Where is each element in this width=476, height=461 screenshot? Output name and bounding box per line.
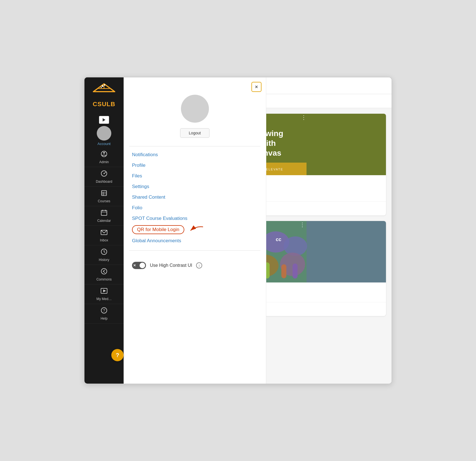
close-btn-wrapper: × bbox=[124, 77, 266, 92]
logout-btn-wrapper: Logout bbox=[124, 128, 266, 138]
logo-text: CSULB bbox=[93, 101, 116, 108]
qr-mobile-row: QR for Mobile Login bbox=[132, 225, 258, 234]
qr-mobile-login-link[interactable]: QR for Mobile Login bbox=[132, 225, 184, 234]
panel-avatar bbox=[181, 95, 209, 123]
commons-icon bbox=[100, 268, 108, 277]
sidebar-item-courses[interactable]: Courses bbox=[84, 187, 124, 206]
dashboard-icon bbox=[100, 170, 108, 179]
settings-link[interactable]: Settings bbox=[132, 183, 258, 191]
sidebar-item-help[interactable]: ? Help bbox=[84, 304, 124, 324]
sidebar-nav: Admin Dashboard Courses Calendar bbox=[84, 148, 124, 384]
svg-point-9 bbox=[103, 173, 105, 174]
sidebar-item-my-media[interactable]: My Med… bbox=[84, 284, 124, 304]
svg-point-7 bbox=[103, 152, 105, 154]
bottom-divider bbox=[129, 250, 260, 251]
svg-text:cc: cc bbox=[276, 237, 281, 242]
folio-link[interactable]: Folio bbox=[132, 204, 258, 212]
svg-rect-56 bbox=[281, 264, 286, 278]
spot-course-evals-link[interactable]: SPOT Course Evaluations bbox=[132, 215, 258, 222]
high-contrast-toggle[interactable]: ✕ bbox=[132, 262, 146, 269]
arrow-indicator bbox=[188, 225, 204, 234]
toggle-track: ✕ bbox=[132, 262, 146, 269]
sidebar-item-dashboard[interactable]: Dashboard bbox=[84, 167, 124, 187]
play-button[interactable] bbox=[99, 116, 109, 124]
account-avatar[interactable] bbox=[97, 126, 111, 141]
my-media-label: My Med… bbox=[96, 297, 112, 301]
profile-link[interactable]: Profile bbox=[132, 161, 258, 169]
toggle-off-icon: ✕ bbox=[133, 263, 136, 267]
sidebar-item-history[interactable]: History bbox=[84, 245, 124, 265]
contrast-label: Use High Contrast UI bbox=[150, 263, 192, 268]
sidebar-item-calendar[interactable]: Calendar bbox=[84, 206, 124, 226]
svg-point-20 bbox=[101, 268, 107, 274]
help-floating-button[interactable]: ? bbox=[111, 349, 124, 361]
svg-point-3 bbox=[102, 85, 103, 87]
calendar-label: Calendar bbox=[97, 219, 111, 223]
svg-point-4 bbox=[104, 84, 105, 86]
notifications-link[interactable]: Notifications bbox=[132, 151, 258, 159]
svg-rect-10 bbox=[102, 191, 107, 196]
sidebar: CSULB Account Admin Dashboard bbox=[84, 77, 124, 384]
close-button[interactable]: × bbox=[251, 82, 261, 92]
courses-icon bbox=[100, 189, 108, 198]
sidebar-logo: CSULB bbox=[84, 77, 124, 114]
info-icon[interactable]: i bbox=[196, 262, 202, 268]
files-link[interactable]: Files bbox=[132, 172, 258, 180]
inbox-label: Inbox bbox=[100, 238, 108, 242]
svg-rect-14 bbox=[101, 210, 107, 215]
inbox-icon bbox=[100, 229, 108, 237]
svg-marker-22 bbox=[103, 289, 106, 292]
account-panel: × Logout Notifications Profile Files Set… bbox=[124, 77, 266, 384]
close-icon: × bbox=[255, 84, 258, 90]
app-window: CSULB Account Admin Dashboard bbox=[84, 77, 392, 384]
global-announcements-link[interactable]: Global Announcements bbox=[132, 237, 258, 245]
my-media-icon bbox=[100, 287, 108, 296]
history-label: History bbox=[99, 258, 109, 262]
help-label: Help bbox=[101, 317, 108, 320]
help-question-icon: ? bbox=[116, 352, 119, 358]
csulb-house-icon bbox=[93, 83, 115, 100]
courses-label: Courses bbox=[98, 199, 110, 203]
history-icon bbox=[100, 248, 108, 257]
svg-text:?: ? bbox=[103, 308, 105, 313]
svg-point-5 bbox=[101, 87, 102, 88]
sidebar-item-inbox[interactable]: Inbox bbox=[84, 226, 124, 245]
sidebar-item-admin[interactable]: Admin bbox=[84, 148, 124, 167]
account-label[interactable]: Account bbox=[98, 142, 111, 146]
commons-label: Commons bbox=[96, 277, 112, 281]
admin-label: Admin bbox=[99, 160, 109, 164]
sidebar-item-commons[interactable]: Commons bbox=[84, 265, 124, 284]
menu-links: Notifications Profile Files Settings Sha… bbox=[124, 151, 266, 245]
logout-button[interactable]: Logout bbox=[180, 128, 209, 138]
help-nav-icon: ? bbox=[100, 307, 108, 316]
panel-avatar-wrapper bbox=[124, 92, 266, 128]
svg-text:⋮: ⋮ bbox=[301, 114, 307, 120]
top-divider bbox=[129, 146, 260, 146]
dashboard-label: Dashboard bbox=[96, 180, 112, 184]
contrast-row: ✕ Use High Contrast UI i bbox=[124, 262, 266, 269]
shared-content-link[interactable]: Shared Content bbox=[132, 193, 258, 201]
admin-icon bbox=[100, 150, 108, 159]
toggle-thumb bbox=[140, 263, 145, 268]
svg-rect-57 bbox=[293, 263, 298, 279]
play-icon bbox=[103, 118, 105, 122]
calendar-icon bbox=[100, 209, 108, 218]
svg-text:⋮: ⋮ bbox=[300, 222, 305, 228]
